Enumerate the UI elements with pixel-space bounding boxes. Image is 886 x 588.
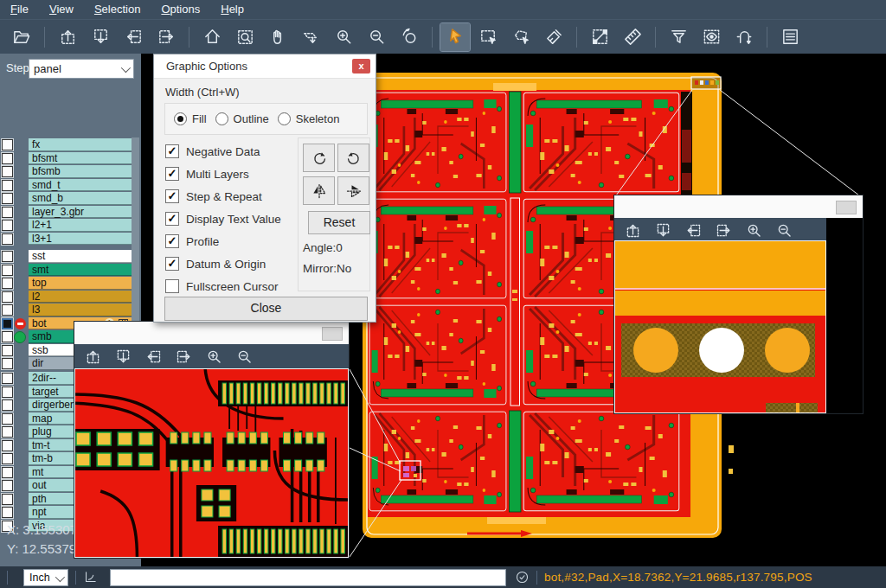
radio-outline[interactable]: Outline — [215, 112, 269, 125]
zoom-out-icon[interactable] — [231, 345, 257, 368]
clean-brush-icon[interactable] — [539, 23, 568, 51]
measure-icon[interactable] — [585, 23, 614, 51]
layer-row-bfsmt[interactable]: bfsmt — [0, 152, 141, 166]
zoom-window-view[interactable] — [74, 368, 349, 558]
pan-left-icon[interactable] — [119, 23, 148, 51]
radio-icon[interactable] — [278, 112, 291, 125]
checkbox-step-repeat[interactable]: ✓Step & Repeat — [165, 188, 262, 205]
zoom-out-icon[interactable] — [362, 23, 391, 51]
window-button[interactable] — [836, 201, 857, 214]
layer-row-smt[interactable]: smt — [0, 264, 141, 278]
snap-icon[interactable] — [729, 23, 759, 51]
layer-label[interactable]: smt — [29, 264, 132, 277]
zoom-in-icon[interactable] — [201, 345, 227, 368]
zoom-previous-icon[interactable] — [395, 23, 424, 51]
layer-label[interactable]: layer_3.gbr — [29, 206, 132, 219]
pan-up-icon[interactable] — [620, 219, 645, 241]
unit-select[interactable]: Inch — [23, 569, 68, 586]
checkbox-icon[interactable]: ✓ — [165, 212, 179, 226]
zoom-in-icon[interactable] — [329, 23, 358, 51]
layer-visibility-checkbox[interactable] — [2, 507, 13, 518]
home-icon[interactable] — [197, 23, 227, 51]
layer-row-l2[interactable]: l2 — [0, 291, 141, 304]
radio-skeleton[interactable]: Skeleton — [278, 112, 340, 125]
pan-right-icon[interactable] — [151, 23, 181, 51]
pan-left-icon[interactable] — [140, 345, 166, 368]
layer-visibility-checkbox[interactable] — [2, 251, 13, 262]
pan-hand-icon[interactable] — [263, 23, 292, 51]
layer-visibility-checkbox[interactable] — [2, 153, 13, 164]
checkbox-icon[interactable]: ✓ — [165, 234, 179, 248]
checkbox-icon[interactable]: ✓ — [165, 144, 179, 158]
layer-green-indicator-icon[interactable] — [14, 331, 26, 343]
layer-label[interactable]: l3+1 — [29, 233, 132, 246]
select-cursor-icon[interactable] — [440, 23, 470, 51]
command-input[interactable] — [110, 569, 506, 586]
close-icon[interactable]: x — [352, 59, 370, 74]
layer-row-l2+1[interactable]: l2+1 — [0, 219, 141, 233]
layer-visibility-checkbox[interactable] — [2, 426, 13, 438]
layer-label[interactable]: bfsmb — [29, 165, 132, 178]
layer-label[interactable]: sst — [29, 250, 132, 263]
zoom-fit-icon[interactable] — [230, 23, 260, 51]
pan-up-icon[interactable] — [53, 23, 82, 51]
zoom-window-view[interactable] — [614, 240, 826, 413]
layer-visibility-checkbox[interactable] — [2, 265, 13, 276]
zoom-window-titlebar[interactable] — [614, 195, 863, 218]
report-icon[interactable] — [775, 23, 805, 51]
checkbox-icon[interactable] — [165, 279, 179, 293]
layer-row-smd_t[interactable]: smd_t — [0, 179, 141, 193]
layer-visibility-checkbox[interactable] — [2, 139, 13, 150]
checkbox-icon[interactable]: ✓ — [165, 257, 179, 271]
layer-visibility-checkbox[interactable] — [2, 166, 13, 177]
reset-button[interactable]: Reset — [308, 211, 370, 234]
layer-row-l3[interactable]: l3 — [0, 304, 141, 317]
layer-row-fx[interactable]: fx — [0, 138, 141, 152]
layer-visibility-checkbox[interactable] — [2, 220, 13, 231]
layer-row-smd_b[interactable]: smd_b — [0, 192, 141, 206]
layer-visibility-checkbox[interactable] — [2, 467, 13, 478]
rotate-cw-button[interactable] — [303, 144, 335, 172]
layer-label[interactable]: l3 — [29, 304, 132, 316]
menu-item-view[interactable]: View — [39, 0, 84, 19]
zoom-window-titlebar[interactable] — [74, 322, 349, 344]
layer-visibility-checkbox[interactable] — [2, 291, 13, 303]
layer-row-l3+1[interactable]: l3+1 — [0, 233, 141, 246]
layer-visibility-checkbox[interactable] — [2, 453, 13, 464]
layer-visibility-checkbox[interactable] — [2, 494, 13, 505]
poly-select-icon[interactable] — [506, 23, 536, 51]
pan-up-icon[interactable] — [80, 345, 106, 368]
radio-fill[interactable]: Fill — [174, 112, 207, 125]
menu-item-options[interactable]: Options — [151, 0, 210, 19]
layer-red-indicator-icon[interactable] — [15, 318, 26, 329]
window-button[interactable] — [322, 327, 343, 341]
view-frame-icon[interactable] — [697, 23, 726, 51]
layer-label[interactable]: smd_b — [29, 192, 132, 205]
rect-select-icon[interactable] — [473, 23, 503, 51]
dialog-titlebar[interactable]: Graphic Options x — [154, 54, 376, 79]
open-folder-icon[interactable] — [7, 23, 36, 51]
pan-right-icon[interactable] — [710, 219, 736, 241]
layer-label[interactable]: fx — [29, 138, 132, 151]
layer-row-bfsmb[interactable]: bfsmb — [0, 165, 141, 179]
layer-visibility-checkbox[interactable] — [2, 193, 13, 204]
layer-visibility-checkbox[interactable] — [2, 207, 13, 218]
layer-visibility-checkbox[interactable] — [2, 387, 13, 398]
layer-visibility-checkbox[interactable] — [2, 399, 13, 411]
flip-horizontal-button[interactable] — [303, 176, 335, 205]
layer-row-layer_3.gbr[interactable]: layer_3.gbr — [0, 206, 141, 220]
menu-item-selection[interactable]: Selection — [84, 0, 151, 19]
layer-visibility-checkbox[interactable] — [2, 180, 13, 191]
ruler-icon[interactable] — [618, 23, 647, 51]
layer-visibility-checkbox[interactable] — [2, 304, 13, 316]
layer-label[interactable]: bfsmt — [29, 152, 132, 165]
checkbox-icon[interactable]: ✓ — [165, 189, 179, 203]
flip-vertical-button[interactable] — [337, 176, 369, 205]
area-zoom-icon[interactable] — [296, 23, 325, 51]
checkbox-display-text-value[interactable]: ✓Display Text Value — [165, 210, 281, 227]
layer-row-sst[interactable]: sst — [0, 250, 141, 264]
filter-icon[interactable] — [664, 23, 693, 51]
menu-item-help[interactable]: Help — [210, 0, 254, 19]
step-select[interactable]: panel — [29, 59, 134, 79]
zoom-out-icon[interactable] — [771, 219, 797, 241]
